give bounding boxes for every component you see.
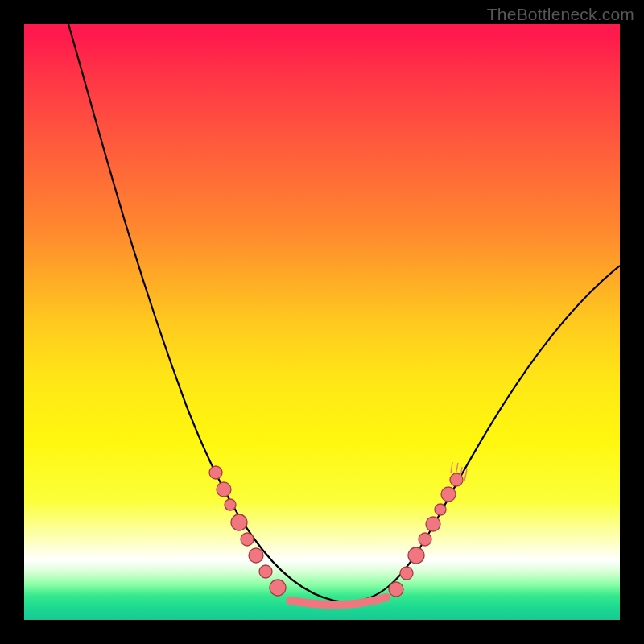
- marker-dot: [408, 547, 424, 564]
- marker-dot: [435, 504, 446, 515]
- attribution-label: TheBottleneck.com: [487, 5, 634, 24]
- marker-dot: [441, 487, 456, 502]
- curve-layer: [24, 24, 620, 620]
- plot-area: [24, 24, 620, 620]
- marker-dot: [389, 582, 403, 597]
- marker-dot: [209, 466, 222, 479]
- bottleneck-curve: [68, 24, 620, 602]
- marker-dot: [241, 533, 254, 546]
- chart-frame: TheBottleneck.com: [0, 0, 644, 644]
- marker-dot: [426, 517, 440, 531]
- marker-dot: [249, 548, 263, 563]
- fringe-mark: [464, 469, 467, 481]
- plateau-band: [290, 597, 386, 605]
- marker-dot: [259, 565, 272, 578]
- marker-dot: [217, 482, 231, 497]
- marker-dot: [400, 567, 413, 580]
- marker-dot: [419, 533, 431, 546]
- marker-dot: [225, 499, 236, 510]
- marker-dot: [231, 514, 247, 530]
- marker-dot: [270, 580, 286, 596]
- fringe-mark: [451, 462, 452, 473]
